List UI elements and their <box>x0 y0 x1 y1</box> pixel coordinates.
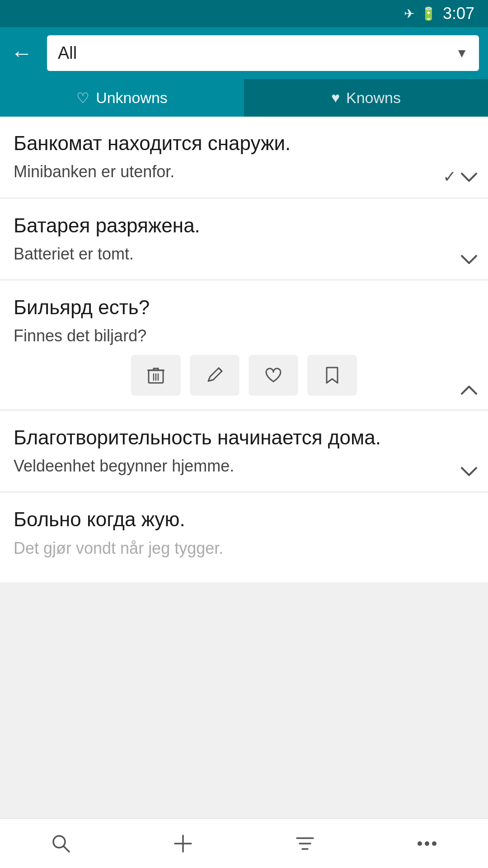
tab-knowns[interactable]: ♥ Knowns <box>244 79 488 117</box>
chevron-down-icon: ✓ <box>443 167 477 186</box>
knowns-heart-icon: ♥ <box>331 90 340 106</box>
dropdown-value: All <box>58 43 77 63</box>
content-list: Банкомат находится снаружи. Minibanken e… <box>0 117 488 818</box>
search-button[interactable] <box>20 826 102 862</box>
card-translation-text: Veldeenhet begynner hjemme. <box>14 455 474 477</box>
edit-button[interactable] <box>190 355 239 396</box>
more-button[interactable] <box>386 826 468 862</box>
list-item[interactable]: Батарея разряжена. Batteriet er tomt. <box>0 199 488 279</box>
card-translation-text: Minibanken er utenfor. <box>14 160 474 183</box>
tab-knowns-label: Knowns <box>346 89 401 107</box>
svg-point-3 <box>425 841 429 846</box>
card-actions <box>14 355 474 396</box>
chevron-up-icon <box>461 379 477 398</box>
tab-unknowns-label: Unknowns <box>96 89 168 107</box>
card-russian-text: Бильярд есть? <box>14 294 474 320</box>
chevron-down-icon <box>461 461 477 480</box>
bottom-navigation <box>0 818 488 868</box>
header: ← All ▼ <box>0 27 488 79</box>
svg-point-2 <box>418 841 422 846</box>
status-time: 3:07 <box>443 4 474 23</box>
category-dropdown[interactable]: All ▼ <box>47 35 479 71</box>
add-button[interactable] <box>142 826 224 862</box>
list-item[interactable]: Больно когда жую. Det gjør vondt når jeg… <box>0 493 488 582</box>
tab-unknowns[interactable]: ♡ Unknowns <box>0 79 244 117</box>
card-russian-text: Батарея разряжена. <box>14 212 474 238</box>
card-russian-text: Банкомат находится снаружи. <box>14 130 474 156</box>
back-button[interactable]: ← <box>9 41 38 66</box>
card-translation-text: Batteriet er tomt. <box>14 243 474 265</box>
heart-button[interactable] <box>249 355 298 396</box>
list-item[interactable]: Банкомат находится снаружи. Minibanken e… <box>0 117 488 197</box>
dropdown-arrow-icon: ▼ <box>455 46 468 61</box>
status-icons: ✈ 🔋 3:07 <box>404 4 474 23</box>
battery-icon: 🔋 <box>421 6 436 21</box>
delete-button[interactable] <box>131 355 181 396</box>
unknowns-heart-icon: ♡ <box>76 90 89 107</box>
card-translation-text: Det gjør vondt når jeg tygger. <box>14 537 474 560</box>
card-russian-text: Больно когда жую. <box>14 506 474 532</box>
filter-button[interactable] <box>264 826 346 862</box>
chevron-down-icon <box>461 249 477 268</box>
airplane-icon: ✈ <box>404 6 414 21</box>
list-item[interactable]: Благотворительность начинается дома. Vel… <box>0 411 488 491</box>
bookmark-button[interactable] <box>307 355 357 396</box>
svg-point-4 <box>432 841 436 846</box>
card-translation-text: Finnes det biljard? <box>14 325 474 347</box>
card-russian-text: Благотворительность начинается дома. <box>14 425 474 450</box>
list-item[interactable]: Бильярд есть? Finnes det biljard? <box>0 281 488 409</box>
tabs-bar: ♡ Unknowns ♥ Knowns <box>0 79 488 117</box>
status-bar: ✈ 🔋 3:07 <box>0 0 488 27</box>
